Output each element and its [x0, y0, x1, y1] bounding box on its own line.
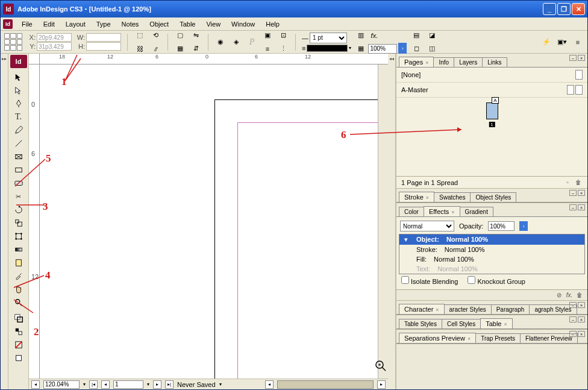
x-input[interactable] — [37, 33, 72, 42]
panel-close-icon[interactable]: × — [578, 302, 585, 308]
fill-stroke-swap-icon[interactable] — [11, 312, 27, 325]
tab-color[interactable]: Color — [399, 207, 424, 216]
bridge-icon[interactable]: ▣▾ — [556, 36, 568, 48]
quick-apply-icon[interactable]: ⚡ — [540, 36, 552, 48]
scroll-right-button[interactable]: ▸ — [377, 380, 386, 389]
blend-mode-select[interactable]: Normal — [400, 221, 454, 231]
right-panel-handle[interactable]: ◂◂ — [388, 54, 396, 389]
pencil-tool-icon[interactable] — [11, 124, 27, 137]
tab-stroke[interactable]: Stroke× — [399, 192, 434, 202]
tab-gradient[interactable]: Gradient — [460, 207, 493, 216]
select-content-icon[interactable]: ◈ — [230, 36, 242, 48]
panel-close-icon[interactable]: × — [578, 55, 585, 61]
panel-close-icon[interactable]: × — [578, 190, 585, 196]
distribute-icon[interactable]: ⋮ — [277, 43, 289, 55]
w-input[interactable] — [86, 33, 121, 42]
panel-minimize-icon[interactable]: – — [569, 316, 577, 322]
fx-btn[interactable]: fx. — [368, 30, 380, 42]
stroke-style-swatch[interactable] — [307, 45, 348, 52]
clear-effects-icon[interactable]: ⊘ — [555, 291, 563, 300]
effects-row-fill[interactable]: Fill:Normal 100% — [399, 254, 584, 264]
tab-layers[interactable]: Layers — [454, 57, 483, 67]
drop-shadow-icon[interactable]: ◪ — [426, 30, 438, 42]
fx-icon[interactable]: fx. — [565, 291, 574, 300]
scroll-left-button[interactable]: ◂ — [265, 380, 274, 389]
view-mode-icon[interactable] — [11, 351, 27, 365]
menu-table[interactable]: Table — [174, 19, 201, 29]
tab-links[interactable]: Links — [482, 57, 507, 67]
opacity-stepper[interactable]: › — [398, 43, 407, 55]
maximize-button[interactable]: ❐ — [557, 3, 571, 15]
vertical-scrollbar[interactable] — [378, 64, 388, 379]
tab-table[interactable]: Table× — [480, 318, 513, 329]
menu-help[interactable]: Help — [260, 19, 285, 29]
tab-info[interactable]: Info — [433, 57, 454, 67]
panel-minimize-icon[interactable]: – — [569, 331, 577, 337]
panel-minimize-icon[interactable]: – — [569, 302, 577, 308]
pages-spread-area[interactable]: A 1 — [396, 98, 587, 176]
menu-object[interactable]: Object — [144, 19, 174, 29]
left-panel-handle[interactable]: ▸▸ — [1, 54, 8, 389]
master-a-label[interactable]: A-Master — [401, 86, 428, 93]
hand-tool-icon[interactable] — [11, 283, 27, 296]
reference-point-grid[interactable] — [4, 33, 22, 51]
rotate-tool-icon[interactable] — [11, 203, 27, 216]
effects-btn-icon[interactable]: ▥ — [355, 30, 367, 42]
fill-swatch-icon[interactable]: ▢ — [174, 30, 186, 42]
rectangle-tool-icon[interactable] — [11, 163, 27, 177]
scale-tool-icon[interactable] — [11, 216, 27, 230]
menu-layout[interactable]: Layout — [60, 19, 91, 29]
menu-notes[interactable]: Notes — [116, 19, 145, 29]
center-content-icon[interactable]: ⊡ — [277, 30, 289, 42]
tab-pages[interactable]: Pages× — [399, 57, 434, 67]
shear-icon[interactable]: ⫽ — [149, 43, 161, 55]
next-page-button[interactable]: ▸ — [153, 380, 161, 389]
opacity-input[interactable] — [368, 44, 397, 54]
link-icon[interactable]: ⛓ — [134, 43, 146, 55]
zoom-tool-icon[interactable] — [11, 296, 27, 309]
trash-icon[interactable]: 🗑 — [575, 291, 584, 300]
panel-menu-icon[interactable]: ≡ — [572, 36, 584, 48]
horizontal-ruler[interactable]: 18 12 6 0 6 12 — [29, 54, 388, 64]
panel-minimize-icon[interactable]: – — [569, 55, 577, 61]
pathfinder-icon[interactable]: P — [246, 36, 258, 48]
last-page-button[interactable]: ▸| — [165, 380, 174, 389]
prev-page-button[interactable]: ◂ — [101, 380, 110, 389]
scissors-tool-icon[interactable]: ✂ — [11, 190, 27, 203]
tab-swatches[interactable]: Swatches — [434, 192, 471, 202]
knockout-group-checkbox[interactable]: Knockout Group — [468, 276, 525, 285]
gradient-tool-icon[interactable] — [11, 243, 27, 256]
tab-character[interactable]: Character× — [399, 304, 445, 314]
page-input[interactable] — [113, 380, 143, 389]
tab-paragraph[interactable]: Paragraph — [491, 304, 530, 314]
align-icon[interactable]: ≡ — [261, 43, 274, 55]
effects-opacity-input[interactable] — [488, 221, 514, 231]
stroke-align-icon[interactable]: ▦ — [174, 43, 186, 55]
panel-minimize-icon[interactable]: – — [569, 204, 577, 210]
corner-options-icon[interactable]: ◻ — [410, 43, 422, 55]
menu-view[interactable]: View — [201, 19, 226, 29]
zoom-input[interactable] — [43, 380, 80, 389]
select-container-icon[interactable]: ◉ — [214, 36, 227, 48]
page-thumbnail[interactable]: A 1 — [486, 102, 498, 119]
tab-table-styles[interactable]: Table Styles — [399, 319, 442, 329]
tab-effects[interactable]: Effects× — [424, 206, 460, 216]
panel-close-icon[interactable]: × — [578, 204, 585, 210]
constrain-proportions-icon[interactable]: ⬚ — [134, 30, 146, 42]
type-tool-icon[interactable]: T. — [11, 110, 27, 124]
opacity-stepper[interactable]: › — [519, 221, 528, 231]
h-input[interactable] — [86, 42, 121, 51]
delete-page-icon[interactable]: 🗑 — [574, 178, 583, 187]
rectangle-frame-tool-icon[interactable] — [11, 150, 27, 163]
minimize-button[interactable]: _ — [543, 3, 556, 15]
button-tool-icon[interactable] — [11, 177, 27, 190]
flip-horizontal-icon[interactable]: ⇋ — [190, 30, 202, 42]
default-colors-icon[interactable] — [11, 325, 27, 338]
panel-minimize-icon[interactable]: – — [569, 190, 577, 196]
panel-close-icon[interactable]: × — [578, 331, 585, 337]
direct-selection-tool-icon[interactable] — [11, 84, 27, 97]
fit-content-icon[interactable]: ▣ — [261, 30, 274, 42]
stroke-weight-select[interactable]: 1 pt — [310, 33, 347, 43]
note-tool-icon[interactable] — [11, 256, 27, 269]
horizontal-scrollbar[interactable] — [277, 380, 374, 389]
